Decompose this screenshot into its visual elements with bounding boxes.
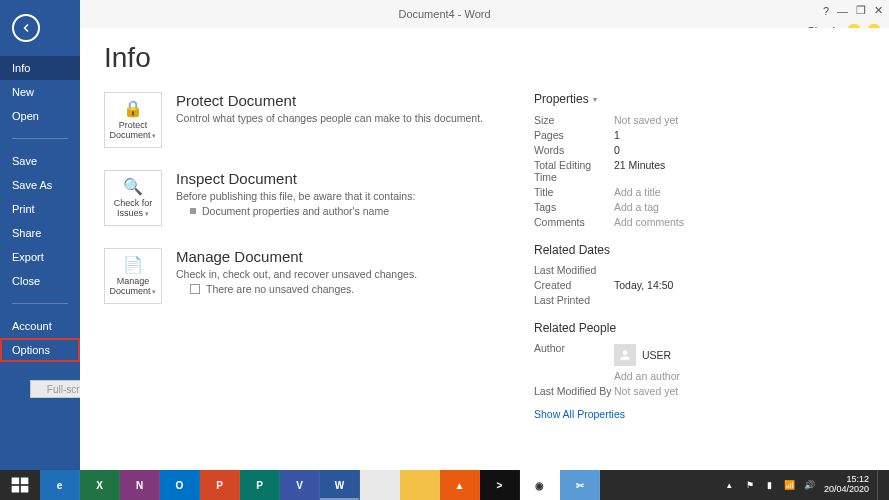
tray-up-icon[interactable]: ▴ xyxy=(724,479,736,491)
property-row: SizeNot saved yet xyxy=(534,112,794,127)
help-button[interactable]: ? xyxy=(823,5,829,17)
svg-rect-3 xyxy=(21,486,29,493)
property-label: Title xyxy=(534,186,614,198)
property-row: TagsAdd a tag xyxy=(534,199,794,214)
manage-desc: Check in, check out, and recover unsaved… xyxy=(176,268,417,280)
close-button[interactable]: ✕ xyxy=(874,4,883,17)
nav-open[interactable]: Open xyxy=(0,104,80,128)
property-label: Tags xyxy=(534,201,614,213)
property-value[interactable]: Add comments xyxy=(614,216,684,228)
related-dates-heading: Related Dates xyxy=(534,243,794,257)
windows-logo-icon xyxy=(10,475,30,495)
nav-account[interactable]: Account xyxy=(0,314,80,338)
property-label: Words xyxy=(534,144,614,156)
svg-rect-1 xyxy=(21,478,29,485)
property-value[interactable]: Not saved yet xyxy=(614,114,678,126)
svg-rect-2 xyxy=(12,486,20,493)
manage-document-button[interactable]: 📄 Manage Document ▾ xyxy=(104,248,162,304)
network-icon[interactable]: ▮ xyxy=(764,479,776,491)
taskbar-app-onenote[interactable]: N xyxy=(120,470,160,500)
check-for-issues-button[interactable]: 🔍 Check for Issues ▾ xyxy=(104,170,162,226)
date-row: Last Modified xyxy=(534,262,794,277)
taskbar-app-word[interactable]: W xyxy=(320,470,360,500)
backstage-sidebar: Info New Open Save Save As Print Share E… xyxy=(0,0,80,470)
taskbar-app-excel[interactable]: X xyxy=(80,470,120,500)
taskbar-app-ie[interactable]: e xyxy=(40,470,80,500)
nav-share[interactable]: Share xyxy=(0,221,80,245)
volume-icon[interactable]: 🔊 xyxy=(804,479,816,491)
restore-button[interactable]: ❐ xyxy=(856,4,866,17)
property-row: CommentsAdd comments xyxy=(534,214,794,229)
manage-changes: There are no unsaved changes. xyxy=(176,283,417,295)
taskbar-app-notepad[interactable] xyxy=(360,470,400,500)
nav-separator xyxy=(12,138,68,139)
taskbar-app-cmd[interactable]: > xyxy=(480,470,520,500)
inspect-desc: Before publishing this file, be aware th… xyxy=(176,190,415,202)
date-row: CreatedToday, 14:50 xyxy=(534,277,794,292)
nav-options[interactable]: Options xyxy=(0,338,80,362)
protect-section: 🔒 Protect Document ▾ Protect Document Co… xyxy=(104,92,504,148)
property-row: Words0 xyxy=(534,142,794,157)
taskbar-app-powerpoint[interactable]: P xyxy=(200,470,240,500)
nav-print[interactable]: Print xyxy=(0,197,80,221)
nav-separator xyxy=(12,303,68,304)
properties-dropdown[interactable]: Properties ▾ xyxy=(534,92,794,106)
taskbar-app-visio[interactable]: V xyxy=(280,470,320,500)
property-row: Total Editing Time21 Minutes xyxy=(534,157,794,184)
taskbar-app-vlc[interactable]: ▲ xyxy=(440,470,480,500)
svg-rect-0 xyxy=(12,478,20,485)
protect-desc: Control what types of changes people can… xyxy=(176,112,483,124)
start-button[interactable] xyxy=(0,470,40,500)
last-modified-by-value: Not saved yet xyxy=(614,385,678,397)
nav-export[interactable]: Export xyxy=(0,245,80,269)
document-small-icon xyxy=(190,284,200,294)
bullet-icon xyxy=(190,208,196,214)
wifi-icon[interactable]: 📶 xyxy=(784,479,796,491)
taskbar: eXNOPPVW▲>◉✂ ▴ ⚑ ▮ 📶 🔊 15:12 20/04/2020 xyxy=(0,470,889,500)
taskbar-app-explorer[interactable] xyxy=(400,470,440,500)
protect-heading: Protect Document xyxy=(176,92,483,109)
inspect-icon: 🔍 xyxy=(123,177,143,197)
property-label: Total Editing Time xyxy=(534,159,614,183)
show-all-properties-link[interactable]: Show All Properties xyxy=(534,408,625,420)
arrow-left-icon xyxy=(20,22,32,34)
page-title: Info xyxy=(104,42,865,74)
author-person[interactable]: USER xyxy=(614,344,680,366)
dropdown-caret-icon: ▾ xyxy=(151,132,157,139)
back-button[interactable] xyxy=(12,14,40,42)
date-label: Created xyxy=(534,279,614,291)
date-row: Last Printed xyxy=(534,292,794,307)
taskbar-app-publisher[interactable]: P xyxy=(240,470,280,500)
nav-new[interactable]: New xyxy=(0,80,80,104)
taskbar-app-snip[interactable]: ✂ xyxy=(560,470,600,500)
property-value: 21 Minutes xyxy=(614,159,665,183)
info-sections: 🔒 Protect Document ▾ Protect Document Co… xyxy=(104,92,504,420)
lock-icon: 🔒 xyxy=(123,99,143,119)
clock[interactable]: 15:12 20/04/2020 xyxy=(824,475,869,495)
date-label: Last Modified xyxy=(534,264,614,276)
dropdown-caret-icon: ▾ xyxy=(593,95,597,104)
date-label: Last Printed xyxy=(534,294,614,306)
show-desktop-button[interactable] xyxy=(877,470,885,500)
related-people-heading: Related People xyxy=(534,321,794,335)
protect-document-button[interactable]: 🔒 Protect Document ▾ xyxy=(104,92,162,148)
property-row: TitleAdd a title xyxy=(534,184,794,199)
manage-heading: Manage Document xyxy=(176,248,417,265)
taskbar-app-chrome[interactable]: ◉ xyxy=(520,470,560,500)
nav-close[interactable]: Close xyxy=(0,269,80,293)
property-value: 0 xyxy=(614,144,620,156)
minimize-button[interactable]: — xyxy=(837,5,848,17)
nav-save[interactable]: Save xyxy=(0,149,80,173)
property-label: Size xyxy=(534,114,614,126)
taskbar-apps: eXNOPPVW▲>◉✂ xyxy=(40,470,724,500)
property-value: 1 xyxy=(614,129,620,141)
nav-save-as[interactable]: Save As xyxy=(0,173,80,197)
nav-info[interactable]: Info xyxy=(0,56,80,80)
add-author-link[interactable]: Add an author xyxy=(614,370,680,382)
flag-icon[interactable]: ⚑ xyxy=(744,479,756,491)
property-value[interactable]: Add a title xyxy=(614,186,661,198)
inspect-bullet: Document properties and author's name xyxy=(176,205,415,217)
taskbar-app-outlook[interactable]: O xyxy=(160,470,200,500)
property-label: Comments xyxy=(534,216,614,228)
property-value[interactable]: Add a tag xyxy=(614,201,659,213)
